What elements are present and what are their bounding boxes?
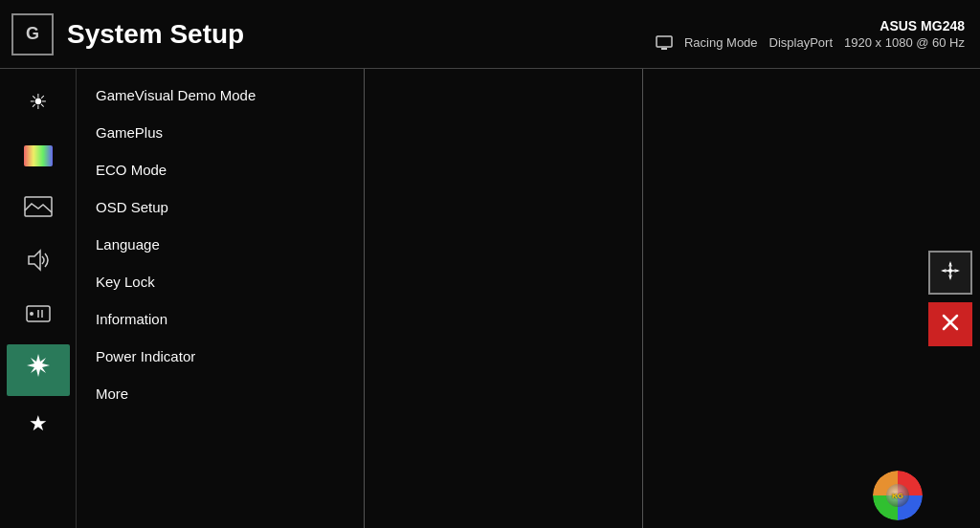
sidebar-item-input[interactable] — [7, 291, 70, 342]
sidebar-item-shortcut[interactable]: ★ — [7, 398, 70, 450]
logo-sphere: KG — [873, 471, 923, 520]
menu-item-information[interactable]: Information — [77, 300, 364, 338]
svg-point-5 — [30, 312, 33, 316]
nav-back-button[interactable] — [928, 302, 972, 346]
mode-label: Racing Mode — [684, 35, 758, 50]
menu-item-eco-mode[interactable]: ECO Mode — [77, 151, 364, 188]
header-left: G System Setup — [11, 13, 244, 55]
sidebar-item-gamevisual[interactable]: ☀ — [7, 77, 70, 128]
header-logo: G — [11, 13, 54, 55]
gamevisual-icon: ☀ — [29, 90, 48, 115]
sidebar-item-color[interactable] — [7, 130, 70, 182]
menu-item-gameplus[interactable]: GamePlus — [77, 114, 364, 151]
sidebar: ☀ — [0, 69, 77, 528]
nav-move-button[interactable] — [928, 251, 972, 295]
content-area: GameVisual Demo Mode GamePlus ECO Mode O… — [77, 69, 980, 528]
sidebar-item-system[interactable] — [7, 344, 70, 396]
page-title: System Setup — [67, 19, 244, 50]
monitor-icon — [656, 35, 673, 51]
header-logo-label: G — [26, 24, 39, 44]
shortcut-icon: ★ — [29, 411, 48, 436]
system-icon — [25, 354, 52, 386]
move-icon — [940, 260, 961, 286]
svg-point-12 — [948, 269, 952, 273]
input-select-icon — [25, 302, 52, 331]
display-info: Racing Mode DisplayPort 1920 x 1080 @ 60… — [656, 35, 965, 51]
menu-item-language[interactable]: Language — [77, 226, 364, 263]
close-icon — [941, 313, 960, 337]
header: G System Setup ASUS MG248 Racing Mode Di… — [0, 0, 980, 69]
menu-list: GameVisual Demo Mode GamePlus ECO Mode O… — [77, 69, 364, 528]
image-icon — [24, 196, 53, 223]
main-area: ☀ — [0, 69, 980, 528]
resolution-label: 1920 x 1080 @ 60 Hz — [844, 35, 965, 50]
brand-logo: KG — [873, 471, 923, 520]
menu-item-osd-setup[interactable]: OSD Setup — [77, 188, 364, 226]
sound-icon — [25, 249, 52, 277]
sidebar-item-image[interactable] — [7, 184, 70, 235]
menu-item-power-indicator[interactable]: Power Indicator — [77, 338, 364, 375]
nav-controls — [921, 243, 980, 354]
header-right: ASUS MG248 Racing Mode DisplayPort 1920 … — [656, 18, 965, 51]
input-label: DisplayPort — [769, 35, 833, 50]
svg-rect-1 — [661, 48, 667, 50]
svg-marker-3 — [29, 251, 40, 270]
color-icon — [24, 145, 53, 166]
sidebar-item-sound[interactable] — [7, 237, 70, 289]
center-panel — [365, 69, 642, 528]
menu-item-more[interactable]: More — [77, 375, 364, 412]
logo-inner: KG — [886, 484, 909, 507]
menu-item-gamevisual-demo[interactable]: GameVisual Demo Mode — [77, 77, 364, 114]
brand-name: ASUS MG248 — [880, 18, 965, 33]
menu-item-key-lock[interactable]: Key Lock — [77, 263, 364, 300]
svg-rect-0 — [657, 36, 672, 47]
